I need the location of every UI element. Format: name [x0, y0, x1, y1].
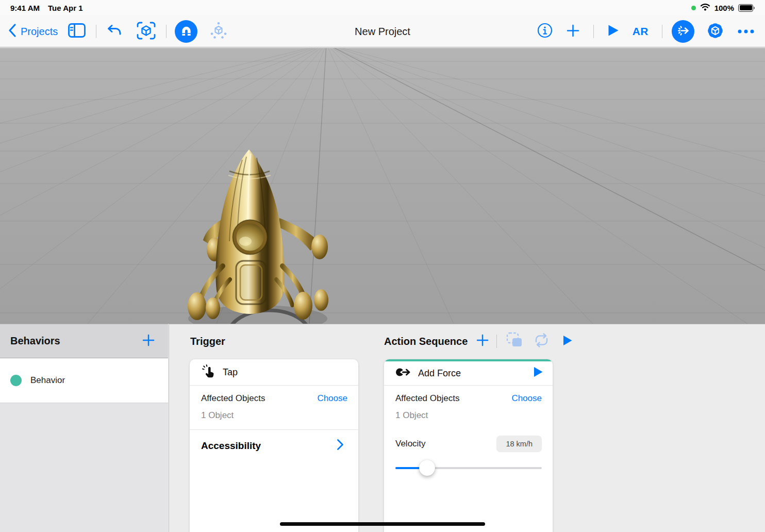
battery-percent: 100% [714, 4, 734, 12]
toolbar-separator [593, 25, 594, 38]
trigger-section-title: Trigger [190, 336, 225, 347]
affected-objects-label: Affected Objects [395, 393, 459, 404]
add-force-icon [395, 367, 412, 380]
action-name: Add Force [418, 368, 527, 379]
action-affected-objects: Affected Objects Choose 1 Object [384, 386, 553, 429]
add-action-button[interactable] [476, 334, 489, 349]
status-date: Tue Apr 1 [48, 4, 83, 12]
floor-grid-axis [309, 48, 765, 324]
home-indicator[interactable] [280, 522, 485, 526]
choose-objects-link[interactable]: Choose [511, 393, 542, 404]
trigger-name: Tap [223, 367, 349, 378]
plus-icon [566, 24, 580, 40]
group-actions-button[interactable] [506, 332, 524, 351]
objects-count: 1 Object [201, 410, 347, 421]
undo-button[interactable] [107, 24, 122, 39]
scene-canvas [0, 48, 765, 324]
objects-count: 1 Object [395, 410, 542, 421]
badge-cube-icon [706, 21, 725, 42]
ar-button-label: AR [633, 25, 648, 38]
velocity-label: Velocity [395, 439, 426, 449]
play-icon [562, 335, 573, 348]
action-sequence-title: Action Sequence [384, 336, 468, 347]
ellipsis-icon [737, 27, 755, 36]
toolbar-separator [662, 25, 662, 38]
trigger-card: Tap Affected Objects Choose 1 Object Acc… [190, 359, 358, 532]
object-capture-icon [137, 22, 156, 42]
status-bar: 9:41 AM Tue Apr 1 100% [0, 0, 765, 15]
object-settings-button[interactable] [706, 21, 725, 42]
accessibility-label: Accessibility [201, 440, 261, 452]
rocket-object[interactable] [188, 149, 328, 324]
behavior-list-item[interactable]: Behavior [0, 358, 168, 403]
chevron-left-icon [7, 23, 18, 40]
behaviors-title: Behaviors [10, 335, 60, 347]
behaviors-editor-panel: Behaviors Behavior Trigger Action Sequen… [0, 324, 765, 532]
behaviors-burst-arrow-icon [676, 24, 690, 40]
battery-icon [738, 4, 755, 12]
back-button-label: Projects [21, 26, 58, 38]
scene-viewport[interactable] [0, 48, 765, 324]
affected-objects-label: Affected Objects [201, 393, 265, 404]
add-force-row[interactable]: Add Force [384, 361, 553, 386]
back-button[interactable]: Projects [7, 23, 58, 40]
behavior-color-dot [10, 375, 22, 386]
add-object-button[interactable] [566, 24, 580, 40]
play-icon [607, 24, 619, 39]
trigger-affected-objects: Affected Objects Choose 1 Object [190, 386, 358, 430]
play-icon [533, 366, 543, 380]
object-capture-button[interactable] [137, 22, 156, 42]
velocity-value-field[interactable]: 18 km/h [496, 436, 542, 452]
velocity-setting: Velocity 18 km/h [384, 429, 553, 477]
chevron-right-icon [337, 439, 344, 453]
plus-icon [476, 334, 489, 349]
behavior-detail-panel: Trigger Action Sequence [169, 324, 765, 532]
toolbar: Projects New P [0, 15, 765, 47]
toolbar-separator [496, 335, 497, 348]
anchor-button[interactable] [210, 22, 227, 41]
accessibility-row[interactable]: Accessibility [190, 430, 358, 462]
behaviors-sidebar: Behaviors Behavior [0, 324, 168, 532]
play-sequence-button[interactable] [562, 335, 573, 348]
anchor-cube-dots-icon [210, 22, 227, 41]
add-behavior-button[interactable] [141, 333, 156, 350]
sidebar-icon [68, 23, 86, 40]
status-time: 9:41 AM [10, 4, 40, 12]
tap-gesture-icon [201, 363, 217, 381]
behaviors-panel-button[interactable] [672, 20, 694, 43]
wifi-icon [700, 3, 710, 12]
group-actions-icon [506, 332, 524, 351]
toolbar-separator [166, 25, 167, 38]
slider-thumb[interactable] [419, 460, 435, 476]
loop-icon [533, 332, 550, 350]
more-options-button[interactable] [737, 27, 755, 36]
info-button[interactable] [537, 23, 553, 40]
plus-icon [141, 333, 156, 350]
trigger-tap-row[interactable]: Tap [190, 359, 358, 386]
project-title: New Project [355, 15, 410, 47]
info-icon [537, 23, 553, 40]
velocity-slider[interactable] [395, 459, 542, 477]
play-button[interactable] [607, 24, 619, 39]
floor-grid [0, 48, 765, 324]
snap-magnet-button[interactable] [175, 20, 197, 43]
choose-objects-link[interactable]: Choose [317, 393, 347, 404]
ar-mode-button[interactable]: AR [633, 25, 648, 38]
undo-icon [107, 24, 122, 39]
magnet-icon [180, 24, 193, 39]
action-card-add-force: Add Force Affected Objects Choose 1 Obje… [384, 359, 553, 532]
behavior-label: Behavior [30, 375, 65, 386]
toolbar-separator [96, 25, 96, 38]
loop-action-button[interactable] [533, 332, 550, 350]
play-action-button[interactable] [533, 366, 543, 380]
privacy-indicator-dot [691, 6, 696, 10]
sidebar-toggle-button[interactable] [68, 23, 86, 40]
